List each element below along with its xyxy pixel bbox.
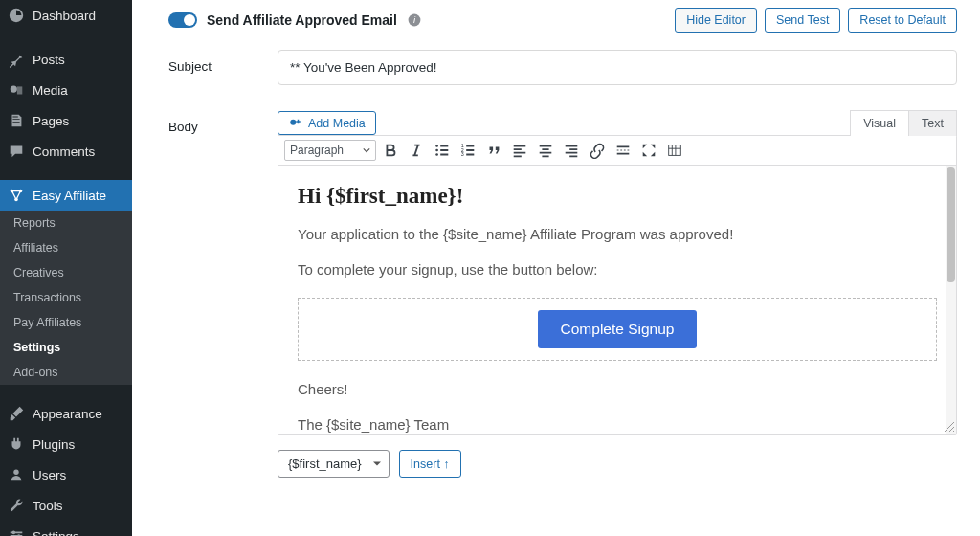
sidebar-label: Appearance (33, 407, 102, 421)
sidebar-item-tools[interactable]: Tools (0, 490, 132, 521)
sidebar-item-plugins[interactable]: Plugins (0, 429, 132, 459)
bullet-list-button[interactable] (431, 139, 454, 162)
sidebar-label: Plugins (33, 437, 75, 452)
align-left-button[interactable] (508, 139, 531, 162)
sidebar-sub-creatives[interactable]: Creatives (0, 260, 132, 285)
body-row: Body Add Media Visual Text Paragraph (168, 110, 957, 478)
plug-icon (8, 436, 25, 453)
subject-label: Subject (168, 50, 278, 74)
insert-button[interactable]: Insert ↑ (399, 450, 461, 478)
send-test-button[interactable]: Send Test (765, 8, 840, 33)
svg-point-5 (12, 531, 16, 535)
align-right-button[interactable] (560, 139, 583, 162)
cta-container: Complete Signup (298, 298, 937, 361)
sidebar-item-pages[interactable]: Pages (0, 105, 132, 136)
sidebar-sub-pay-affiliates[interactable]: Pay Affiliates (0, 310, 132, 335)
page-icon (8, 112, 25, 129)
body-label: Body (168, 110, 278, 134)
subject-row: Subject (168, 50, 957, 85)
svg-rect-17 (669, 145, 681, 156)
editor-toolbar: Paragraph 123 (278, 136, 956, 166)
info-icon[interactable]: i (407, 12, 422, 28)
editor-tabs: Visual Text (851, 110, 957, 136)
blockquote-button[interactable] (482, 139, 505, 162)
wrench-icon (8, 497, 25, 514)
svg-point-11 (435, 145, 438, 147)
affiliate-icon (8, 187, 25, 204)
variable-select[interactable]: {$first_name} (278, 450, 390, 478)
sidebar-label: Pages (33, 114, 69, 128)
scrollbar-thumb[interactable] (947, 168, 955, 282)
subject-input[interactable] (278, 50, 957, 85)
toggle-label: Send Affiliate Approved Email (207, 12, 397, 28)
sidebar-item-users[interactable]: Users (0, 459, 132, 490)
sidebar-item-dashboard[interactable]: Dashboard (0, 0, 132, 31)
email-line: To complete your signup, use the button … (298, 258, 937, 280)
comment-icon (8, 143, 25, 160)
dashboard-icon (8, 7, 25, 24)
sidebar-sub-addons[interactable]: Add-ons (0, 360, 132, 385)
toolbar-toggle-button[interactable] (663, 139, 686, 162)
email-line: Your application to the {$site_name} Aff… (298, 223, 937, 245)
sidebar-label: Settings (33, 529, 79, 537)
brush-icon (8, 405, 25, 422)
sidebar-item-comments[interactable]: Comments (0, 136, 132, 167)
sidebar-item-posts[interactable]: Posts (0, 44, 132, 75)
svg-point-4 (13, 470, 18, 475)
editor-content-area[interactable]: Hi {$first_name}! Your application to th… (278, 166, 956, 434)
svg-point-12 (435, 149, 438, 152)
hide-editor-button[interactable]: Hide Editor (675, 8, 757, 33)
fullscreen-button[interactable] (637, 139, 660, 162)
svg-point-13 (435, 153, 438, 156)
link-button[interactable] (586, 139, 609, 162)
italic-button[interactable] (405, 139, 428, 162)
reset-default-button[interactable]: Reset to Default (848, 8, 957, 33)
sidebar-label: Media (33, 83, 68, 98)
email-line: The {$site_name} Team (298, 413, 937, 434)
add-media-button[interactable]: Add Media (278, 111, 376, 135)
svg-point-10 (290, 120, 296, 125)
sidebar-label: Users (33, 468, 66, 482)
format-select[interactable]: Paragraph (284, 140, 376, 161)
complete-signup-button[interactable]: Complete Signup (538, 310, 698, 348)
readmore-button[interactable] (612, 139, 635, 162)
tab-text[interactable]: Text (908, 110, 957, 136)
sidebar-sub-reports[interactable]: Reports (0, 211, 132, 235)
sidebar-item-media[interactable]: Media (0, 75, 132, 105)
tinymce-editor: Paragraph 123 Hi (278, 135, 957, 435)
scrollbar-track[interactable] (946, 166, 956, 434)
pin-icon (8, 51, 25, 68)
bold-button[interactable] (379, 139, 402, 162)
resize-handle[interactable] (943, 420, 956, 434)
variable-insert-row: {$first_name} Insert ↑ (278, 435, 957, 478)
sidebar-item-easy-affiliate[interactable]: Easy Affiliate (0, 180, 132, 211)
sliders-icon (8, 527, 25, 536)
number-list-button[interactable]: 123 (457, 139, 479, 162)
sidebar-label: Posts (33, 53, 65, 67)
sidebar-label: Dashboard (33, 9, 96, 23)
media-plus-icon (288, 116, 302, 130)
admin-sidebar: Dashboard Posts Media Pages Comments Eas… (0, 0, 132, 536)
chevron-down-icon (363, 146, 370, 154)
sidebar-label: Comments (33, 145, 95, 159)
email-heading: Hi {$first_name}! (298, 179, 937, 213)
email-header-row: Send Affiliate Approved Email i Hide Edi… (168, 0, 957, 50)
sidebar-label: Easy Affiliate (33, 189, 106, 203)
user-icon (8, 466, 25, 483)
email-line: Cheers! (298, 378, 937, 400)
media-icon (8, 81, 25, 99)
main-panel: Send Affiliate Approved Email i Hide Edi… (132, 0, 980, 536)
toggle-send-email[interactable] (168, 12, 197, 28)
header-button-group: Hide Editor Send Test Reset to Default (675, 8, 957, 33)
tab-visual[interactable]: Visual (850, 110, 909, 136)
sidebar-label: Tools (33, 499, 63, 513)
sidebar-item-appearance[interactable]: Appearance (0, 398, 132, 429)
sidebar-item-settings[interactable]: Settings (0, 521, 132, 536)
align-center-button[interactable] (534, 139, 557, 162)
sidebar-sub-transactions[interactable]: Transactions (0, 285, 132, 310)
svg-text:3: 3 (461, 151, 464, 157)
svg-point-0 (11, 86, 17, 93)
sidebar-sub-settings[interactable]: Settings (0, 335, 132, 360)
sidebar-sub-affiliates[interactable]: Affiliates (0, 235, 132, 260)
